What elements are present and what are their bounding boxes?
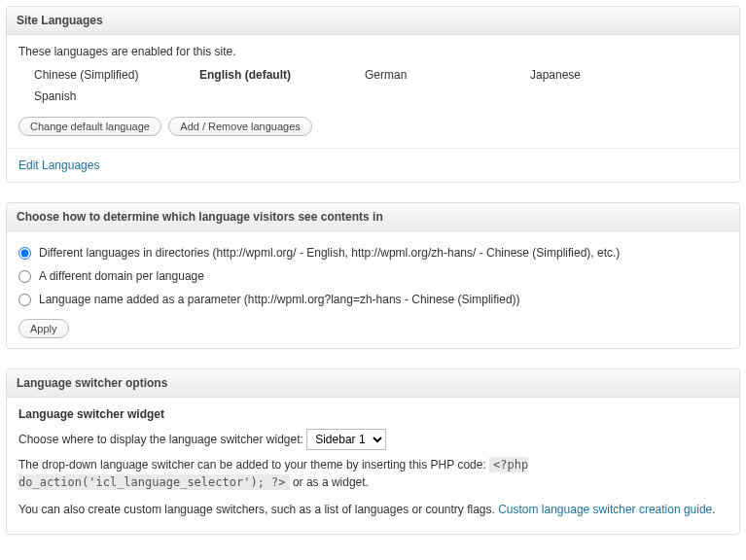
site-languages-intro: These languages are enabled for this sit…	[18, 45, 728, 58]
url-format-body: Different languages in directories (http…	[7, 231, 739, 348]
site-languages-title: Site Languages	[17, 14, 729, 27]
edit-languages-link[interactable]: Edit Languages	[18, 158, 99, 172]
language-item: Chinese (Simplified)	[34, 64, 199, 86]
switcher-widget-heading: Language switcher widget	[18, 407, 728, 421]
custom-switcher-text: You can also create custom language swit…	[18, 503, 498, 516]
url-format-radio[interactable]	[18, 270, 31, 283]
language-item: German	[365, 64, 530, 86]
url-format-option[interactable]: Language name added as a parameter (http…	[18, 288, 728, 311]
url-format-title: Choose how to determine which language v…	[17, 210, 729, 224]
custom-switcher-guide-link[interactable]: Custom language switcher creation guide	[498, 503, 712, 516]
url-format-radio[interactable]	[18, 294, 31, 306]
url-format-option-label: Language name added as a parameter (http…	[39, 293, 520, 306]
language-switcher-body: Language switcher widget Choose where to…	[7, 398, 739, 534]
custom-switcher-period: .	[712, 503, 715, 516]
language-item: Japanese	[530, 64, 695, 86]
dropdown-help-text-2: or as a widget.	[290, 475, 369, 489]
url-format-option-label: Different languages in directories (http…	[39, 246, 620, 260]
language-switcher-title: Language switcher options	[17, 376, 729, 390]
url-format-radio[interactable]	[18, 247, 31, 260]
change-default-language-button[interactable]: Change default language	[18, 117, 161, 136]
divider	[7, 148, 739, 149]
url-format-option[interactable]: A different domain per language	[18, 264, 728, 288]
dropdown-help-text-1: The drop-down language switcher can be a…	[18, 458, 489, 472]
url-format-option[interactable]: Different languages in directories (http…	[18, 241, 728, 264]
url-format-panel: Choose how to determine which language v…	[6, 202, 740, 349]
language-item: English (default)	[199, 64, 365, 86]
site-languages-body: These languages are enabled for this sit…	[7, 35, 739, 182]
url-format-option-label: A different domain per language	[39, 269, 204, 283]
language-switcher-panel: Language switcher options Language switc…	[6, 368, 740, 535]
language-switcher-header: Language switcher options	[7, 369, 739, 398]
choose-widget-location-label: Choose where to display the language swi…	[18, 433, 303, 446]
widget-location-select[interactable]: Sidebar 1	[306, 429, 386, 450]
site-languages-header: Site Languages	[7, 7, 739, 35]
apply-button[interactable]: Apply	[18, 319, 69, 338]
site-languages-panel: Site Languages These languages are enabl…	[6, 6, 740, 183]
add-remove-languages-button[interactable]: Add / Remove languages	[168, 117, 312, 136]
language-list: Chinese (Simplified)English (default)Ger…	[34, 64, 728, 107]
language-item: Spanish	[34, 86, 199, 107]
url-format-header: Choose how to determine which language v…	[7, 203, 739, 231]
